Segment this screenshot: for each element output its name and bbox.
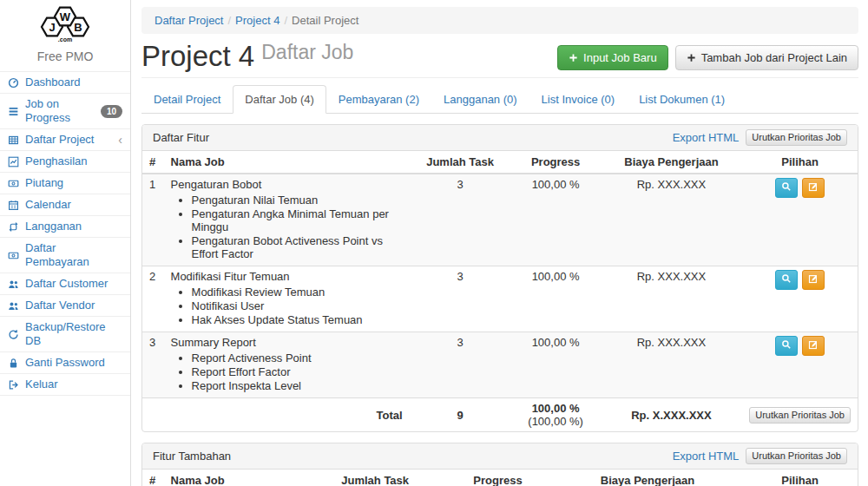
plus-icon [569,53,578,62]
column-header-progress: Progress [443,470,553,486]
edit-icon [808,273,819,286]
export-html-link[interactable]: Export HTML [673,450,740,463]
column-header-pilihan: Pilihan [742,470,858,486]
breadcrumb-separator: / [279,14,292,27]
subtask-item: Report Activeness Point [192,351,403,364]
subtask-item: Pengaturan Nilai Temuan [192,194,403,207]
subtask-item: Pengaturan Angka Minimal Temuan per Ming… [192,207,403,233]
column-header-jumlah-task: Jumlah Task [410,151,511,174]
table-row: 1 Pengaturan Bobot Pengaturan Nilai Temu… [142,174,858,266]
edit-icon [808,339,819,352]
subtask-item: Modifikasi Review Temuan [192,286,403,299]
tab-list-dokumen-1[interactable]: List Dokumen (1) [627,85,737,114]
biaya-cell: Rp. XXX.XXX [601,174,742,266]
total-tasks: 9 [410,398,511,432]
plus-icon [687,53,696,62]
sidebar-item-daftar-project[interactable]: Daftar Project ‹ [0,129,130,151]
column-header-nama-job: Nama Job [164,470,308,486]
panel-title: Fitur Tambahan [153,450,231,463]
job-name: Summary Report [171,336,403,350]
sidebar-item-langganan[interactable]: Langganan [0,216,130,238]
sidebar-item-calendar[interactable]: Calendar [0,194,130,216]
sidebar-item-label: Ganti Password [25,356,105,370]
users-icon [8,300,20,312]
sidebar-item-label: Daftar Customer [25,277,108,291]
input-job-baru-button[interactable]: Input Job Baru [557,45,668,70]
sidebar-item-label: Langganan [25,220,82,233]
chevron-left-icon: ‹ [118,135,122,145]
sidebar-item-label: Piutang [25,176,63,190]
row-number: 3 [142,332,164,398]
tab-list-invoice-0[interactable]: List Invoice (0) [529,85,628,114]
sidebar-item-penghasilan[interactable]: Penghasilan [0,151,130,173]
subtask-item: Report Inspekta Level [192,379,403,392]
logo-letter-b: B [74,21,82,34]
panels-container: Daftar Fitur Export HTML Urutkan Priorit… [141,124,858,486]
count-badge: 10 [101,105,122,118]
view-job-button[interactable] [775,178,798,198]
view-job-button[interactable] [775,270,798,290]
jumlah-task-cell: 3 [410,174,511,266]
sidebar-item-daftar-vendor[interactable]: Daftar Vendor [0,295,130,317]
job-name: Modifikasi Fitur Temuan [171,270,403,284]
column-header-progress: Progress [510,151,600,174]
sidebar-item-piutang[interactable]: Piutang [0,173,130,194]
total-label: Total [164,398,410,432]
progress-cell: 100,00 % [510,332,600,398]
signout-icon [8,379,20,391]
tab-bar: Detail Project Daftar Job (4) Pembayaran… [141,85,858,114]
sidebar-item-ganti-password[interactable]: Ganti Password [0,352,130,374]
sidebar-item-dashboard[interactable]: Dashboard [0,72,130,94]
sort-priority-button[interactable]: Urutkan Prioritas Job [746,129,847,146]
job-table: #Nama JobJumlah TaskProgressBiaya Penger… [142,470,858,486]
sidebar-item-daftar-customer[interactable]: Daftar Customer [0,273,130,295]
breadcrumb-project-4[interactable]: Project 4 [235,14,279,27]
sidebar-item-daftar-pembayaran[interactable]: Daftar Pembayaran [0,238,130,273]
edit-job-button[interactable] [802,178,825,198]
sidebar-item-label: Keluar [25,378,58,391]
export-html-link[interactable]: Export HTML [673,131,740,144]
sidebar-item-job-on-progress[interactable]: Job on Progress 10 [0,94,130,129]
sidebar-item-label: Daftar Vendor [25,299,95,312]
sidebar-item-backup-restore-db[interactable]: Backup/Restore DB [0,317,130,352]
lock-icon [8,358,20,369]
progress-cell: 100,00 % [510,266,600,332]
edit-job-button[interactable] [802,270,825,290]
jumlah-task-cell: 3 [410,266,511,332]
row-number: 2 [142,266,164,332]
view-job-button[interactable] [775,336,798,356]
subtask-item: Hak Akses Update Status Temuan [192,313,403,326]
sort-priority-button[interactable]: Urutkan Prioritas Job [746,448,847,464]
money-icon [8,250,20,261]
edit-icon [808,181,819,194]
edit-job-button[interactable] [802,336,825,356]
page-title: Project 4 [141,41,254,72]
tambah-job-dari-project-lain-button[interactable]: Tambah Job dari Project Lain [675,45,858,70]
tab-langganan-0[interactable]: Langganan (0) [431,85,529,114]
sidebar-item-label: Dashboard [25,76,81,89]
subtask-list: Report Activeness PointReport Effort Fac… [192,351,403,392]
table-row: 3 Summary Report Report Activeness Point… [142,332,858,398]
column-header-: # [142,470,164,486]
tab-detail-project[interactable]: Detail Project [141,85,233,114]
progress-icon [8,106,20,117]
dashboard-icon [8,77,20,89]
total-progress-note: (100,00 %) [528,415,583,428]
sidebar-item-keluar[interactable]: Keluar [0,374,130,396]
jumlah-task-cell: 3 [410,332,511,398]
jwb-logo: J W B .com [0,0,130,47]
column-header-biaya-pengerjaan: Biaya Pengerjaan [601,151,742,174]
row-number: 1 [142,174,164,266]
breadcrumb-detail-project: Detail Project [292,14,358,27]
sort-priority-button[interactable]: Urutkan Prioritas Job [749,407,851,424]
brand-text: Free PMO [0,47,130,71]
progress-cell: 100,00 % [510,174,600,266]
subtask-item: Report Effort Factor [192,365,403,378]
column-header-jumlah-task: Jumlah Task [307,470,443,486]
column-header-pilihan: Pilihan [742,151,858,174]
table-icon [8,135,20,146]
tab-daftar-job-4[interactable]: Daftar Job (4) [233,85,326,114]
column-header-biaya-pengerjaan: Biaya Pengerjaan [553,470,742,486]
breadcrumb-daftar-project[interactable]: Daftar Project [155,14,223,27]
tab-pembayaran-2[interactable]: Pembayaran (2) [326,85,431,114]
